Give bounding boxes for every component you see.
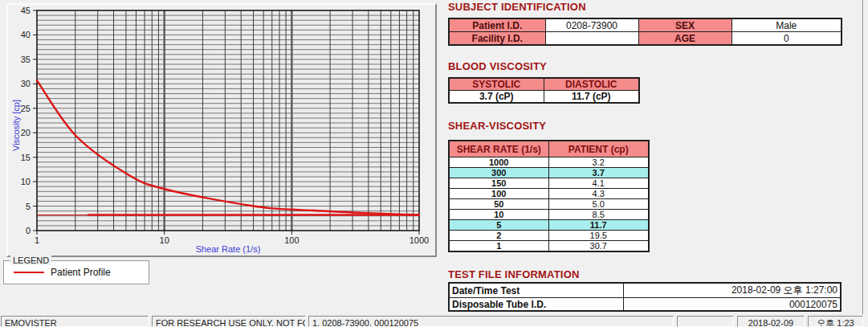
y-tick-label: 15 xyxy=(21,153,31,162)
viscosity-graph-panel: 0510152025303540451101001000Shear Rate (… xyxy=(6,3,437,257)
y-tick-label: 25 xyxy=(21,104,31,113)
age-label: AGE xyxy=(638,32,731,46)
shear-rate-cell: 1000 xyxy=(449,157,548,168)
table-row: SHEAR RATE (1/s) PATIENT (cp) xyxy=(449,141,649,157)
shear-row: 1004.3 xyxy=(449,189,649,199)
y-tick-label: 0 xyxy=(26,226,31,235)
shear-rate-cell: 150 xyxy=(449,178,548,189)
diastolic-header: DIASTOLIC xyxy=(544,78,639,91)
x-tick-label: 1000 xyxy=(410,235,429,245)
date-time-test-label: Date/Time Test xyxy=(449,283,623,298)
sex-value: Male xyxy=(731,18,842,32)
shear-viscosity-title: SHEAR-VISCOSITY xyxy=(448,120,546,132)
patient-profile-line-swatch xyxy=(14,272,44,273)
plot-area xyxy=(37,10,419,231)
y-tick-label: 30 xyxy=(21,79,31,88)
shear-rate-cell: 1 xyxy=(449,241,548,252)
y-tick-label: 10 xyxy=(21,177,31,186)
patient-cp-header: PATIENT (cp) xyxy=(548,141,649,157)
patient-id-label: Patient I.D. xyxy=(449,18,545,32)
status-research-note: FOR RESEARCH USE ONLY, NOT FOR USE IN DI… xyxy=(152,316,306,327)
x-tick-label: 100 xyxy=(284,235,299,245)
shear-rate-header: SHEAR RATE (1/s) xyxy=(449,141,548,157)
subject-identification-title: SUBJECT IDENTIFICATION xyxy=(448,1,586,13)
status-bar: EMOVISTER FOR RESEARCH USE ONLY, NOT FOR… xyxy=(0,314,868,327)
shear-rate-cell: 50 xyxy=(449,199,548,210)
blood-viscosity-table: SYSTOLIC DIASTOLIC 3.7 (cP) 11.7 (cP) xyxy=(448,77,640,104)
table-row: SYSTOLIC DIASTOLIC xyxy=(449,78,639,91)
table-row: Date/Time Test 2018-02-09 오후 1:27:00 xyxy=(449,283,841,298)
table-row: Disposable Tube I.D. 000120075 xyxy=(449,298,841,312)
systolic-value: 3.7 (cP) xyxy=(449,91,544,104)
shear-value-cell: 4.3 xyxy=(548,189,649,199)
shear-value-cell: 30.7 xyxy=(548,241,649,252)
legend-entry-patient-profile: Patient Profile xyxy=(51,267,111,278)
shear-row: 511.7 xyxy=(449,220,649,231)
status-empty-field xyxy=(677,316,734,327)
systolic-header: SYSTOLIC xyxy=(449,78,544,91)
shear-rate-cell: 5 xyxy=(449,220,548,231)
subject-identification-table: Patient I.D. 0208-73900 SEX Male Facilit… xyxy=(448,18,842,46)
shear-row: 3003.7 xyxy=(449,168,649,178)
shear-row: 219.5 xyxy=(449,231,649,241)
shear-row: 10003.2 xyxy=(449,157,649,168)
y-tick-label: 5 xyxy=(26,202,31,211)
shear-value-cell: 4.1 xyxy=(548,178,649,189)
shear-rate-cell: 300 xyxy=(449,168,548,178)
shear-value-cell: 5.0 xyxy=(548,199,649,210)
table-row: Facility I.D. AGE 0 xyxy=(449,32,842,46)
panel-right-divider xyxy=(862,0,864,314)
shear-table-body: 10003.23003.71504.11004.3505.0108.5511.7… xyxy=(449,157,649,252)
shear-viscosity-table: SHEAR RATE (1/s) PATIENT (cp) 10003.2300… xyxy=(448,140,650,252)
y-tick-label: 45 xyxy=(21,6,31,15)
y-axis-title: Viscosity [cp] xyxy=(11,100,21,151)
legend-box: LEGEND Patient Profile xyxy=(3,260,149,284)
y-tick-label: 40 xyxy=(21,30,31,39)
facility-id-value xyxy=(545,32,638,46)
disposable-tube-id-label: Disposable Tube I.D. xyxy=(449,298,623,312)
viscosity-chart: 0510152025303540451101001000Shear Rate (… xyxy=(8,5,434,254)
shear-row: 505.0 xyxy=(449,199,649,210)
blood-viscosity-title: BLOOD VISCOSITY xyxy=(448,60,547,72)
age-value: 0 xyxy=(731,32,842,46)
disposable-tube-id-value: 000120075 xyxy=(623,298,841,312)
x-axis-title: Shear Rate (1/s) xyxy=(196,244,261,254)
sex-label: SEX xyxy=(638,18,731,32)
status-test-id: 1, 0208-73900, 000120075 xyxy=(308,316,674,327)
facility-id-label: Facility I.D. xyxy=(449,32,545,46)
y-tick-label: 20 xyxy=(21,128,31,137)
date-time-test-value: 2018-02-09 오후 1:27:00 xyxy=(623,283,841,298)
shear-value-cell: 19.5 xyxy=(548,231,649,241)
shear-rate-cell: 100 xyxy=(449,189,548,199)
shear-row: 1504.1 xyxy=(449,178,649,189)
shear-row: 130.7 xyxy=(449,241,649,252)
legend-title: LEGEND xyxy=(10,255,51,265)
shear-row: 108.5 xyxy=(449,210,649,220)
status-date: 2018-02-09 xyxy=(737,316,805,327)
shear-value-cell: 11.7 xyxy=(548,220,649,231)
shear-value-cell: 8.5 xyxy=(548,210,649,220)
status-time: 오후 1:23 xyxy=(808,316,863,327)
table-row: 3.7 (cP) 11.7 (cP) xyxy=(449,91,639,104)
shear-value-cell: 3.7 xyxy=(548,168,649,178)
test-file-information-table: Date/Time Test 2018-02-09 오후 1:27:00 Dis… xyxy=(448,282,842,312)
patient-id-value: 0208-73900 xyxy=(545,18,638,32)
x-tick-label: 10 xyxy=(160,235,169,245)
y-tick-label: 35 xyxy=(21,55,31,64)
diastolic-value: 11.7 (cP) xyxy=(544,91,639,104)
shear-value-cell: 3.2 xyxy=(548,157,649,168)
shear-rate-cell: 10 xyxy=(449,210,548,220)
shear-rate-cell: 2 xyxy=(449,231,548,241)
x-tick-label: 1 xyxy=(35,235,39,245)
status-app-name: EMOVISTER xyxy=(1,316,149,327)
test-file-information-title: TEST FILE INFORMATION xyxy=(448,268,580,280)
table-row: Patient I.D. 0208-73900 SEX Male xyxy=(449,18,842,32)
